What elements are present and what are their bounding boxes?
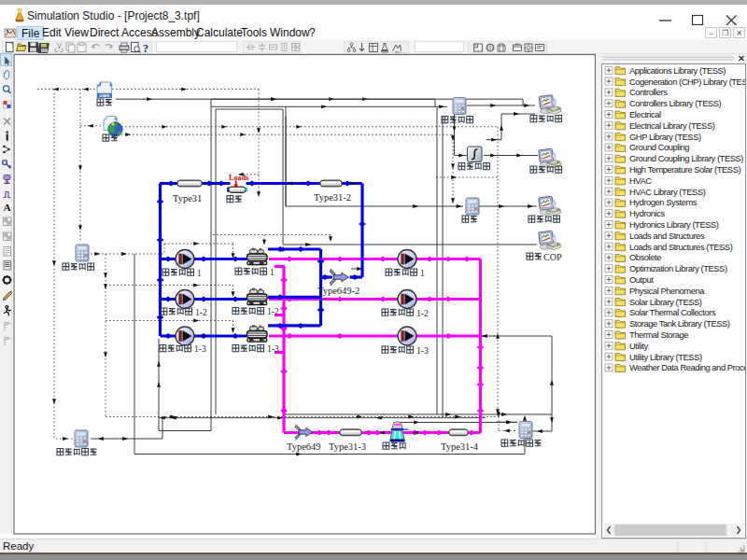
svg-text:1-2: 1-2 [195, 308, 207, 317]
svg-text:1-3: 1-3 [416, 346, 429, 356]
svg-text:Controllers Library (TESS): Controllers Library (TESS) [629, 98, 722, 108]
svg-text:Type31: Type31 [173, 193, 202, 203]
svg-text:Type649: Type649 [287, 441, 321, 452]
svg-text:Controllers: Controllers [629, 87, 668, 97]
svg-text:Utility Library (TESS): Utility Library (TESS) [629, 352, 702, 362]
svg-text:Ground Coupling: Ground Coupling [629, 142, 689, 152]
svg-text:A: A [4, 202, 11, 213]
svg-text:Utility: Utility [629, 341, 649, 351]
svg-text:Type31-3: Type31-3 [329, 441, 366, 452]
svg-text:1: 1 [420, 269, 425, 278]
svg-text:Thermal Storage: Thermal Storage [629, 329, 688, 340]
svg-text:Type31-4: Type31-4 [441, 441, 479, 452]
svg-text:HVAC: HVAC [629, 175, 652, 186]
svg-text:Solar Library (TESS): Solar Library (TESS) [629, 297, 702, 307]
svg-text:1-3: 1-3 [267, 344, 279, 354]
svg-text:1: 1 [270, 268, 275, 277]
svg-text:Ground Coupling Library (TESS): Ground Coupling Library (TESS) [629, 153, 743, 163]
svg-text:COP: COP [543, 252, 562, 262]
svg-text:1-2: 1-2 [416, 309, 429, 318]
svg-text:USER: USER [99, 93, 109, 98]
svg-text:GHP Library (TESS): GHP Library (TESS) [629, 132, 701, 142]
svg-text:Loads and Structures: Loads and Structures [629, 231, 705, 241]
svg-text:Obsolete: Obsolete [629, 252, 661, 262]
svg-text:Loads: Loads [229, 174, 248, 182]
svg-text:1-3: 1-3 [194, 344, 206, 354]
svg-text:Type31-2: Type31-2 [314, 192, 351, 203]
svg-text:Solar Thermal Collectors: Solar Thermal Collectors [629, 307, 716, 317]
svg-text:Cogeneration (CHP) Library (TE: Cogeneration (CHP) Library (TESS) [629, 77, 745, 87]
svg-text:Hydrogen Systems: Hydrogen Systems [629, 197, 698, 207]
svg-text:Weather Data Reading and Proce: Weather Data Reading and Process [629, 362, 745, 372]
svg-text:Optimization Library (TESS): Optimization Library (TESS) [629, 263, 727, 273]
svg-text:Physical Phenomena: Physical Phenomena [629, 286, 705, 296]
svg-text:?: ? [143, 42, 148, 55]
svg-text:1-2: 1-2 [267, 307, 279, 316]
svg-text:Type649-2: Type649-2 [317, 286, 359, 296]
svg-text:Hydronics Library (TESS): Hydronics Library (TESS) [629, 219, 719, 230]
svg-text:Electrical Library (TESS): Electrical Library (TESS) [629, 120, 715, 131]
svg-text:Loads and Structures (TESS): Loads and Structures (TESS) [629, 242, 733, 252]
svg-text:High Temperature Solar (TESS): High Temperature Solar (TESS) [629, 164, 740, 175]
svg-text:Electrical: Electrical [629, 109, 661, 119]
svg-text:HVAC Library (TESS): HVAC Library (TESS) [629, 187, 706, 197]
svg-text:1: 1 [197, 269, 202, 278]
svg-text:Output: Output [629, 274, 654, 285]
svg-text:Hydronics: Hydronics [629, 208, 665, 218]
svg-text:Applications Library (TESS): Applications Library (TESS) [629, 65, 726, 76]
svg-text:Storage Tank Library (TESS): Storage Tank Library (TESS) [629, 318, 730, 329]
